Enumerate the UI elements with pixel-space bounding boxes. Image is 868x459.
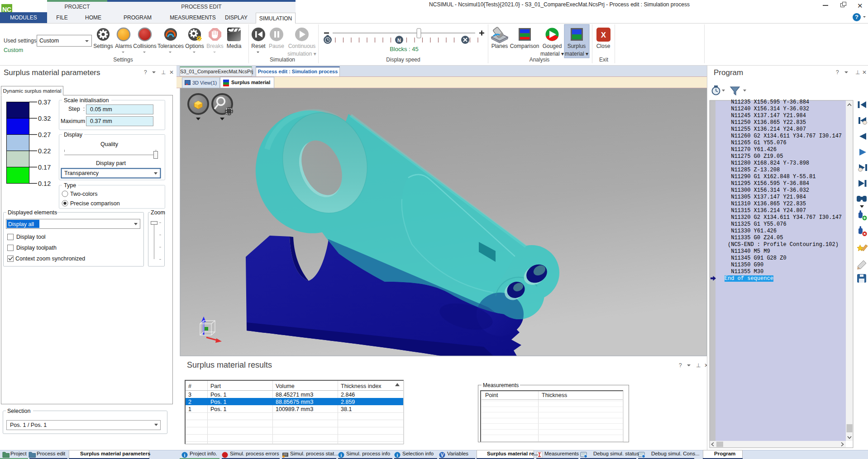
svg-text:Selection: Selection <box>7 408 30 414</box>
svg-text:X: X <box>601 31 606 39</box>
svg-text:i: i <box>397 453 398 458</box>
svg-text:Scale initialisation: Scale initialisation <box>64 97 109 104</box>
svg-text:Quality: Quality <box>100 141 119 147</box>
svg-text:0.12: 0.12 <box>38 180 51 187</box>
svg-text:Display toolpath: Display toolpath <box>16 245 57 251</box>
svg-text:0.32: 0.32 <box>38 115 51 122</box>
svg-text:Thickness: Thickness <box>542 392 567 398</box>
svg-text:Pos. 1 / Pos. 1: Pos. 1 / Pos. 1 <box>10 422 47 428</box>
svg-text:0.37: 0.37 <box>38 99 51 106</box>
svg-text:Two-colors: Two-colors <box>70 191 97 197</box>
svg-text:Display tool: Display tool <box>16 234 46 240</box>
svg-text:Zoom: Zoom <box>151 209 165 216</box>
svg-text:Context zoom synchronized: Context zoom synchronized <box>15 256 85 262</box>
svg-text:Transparency: Transparency <box>64 170 99 176</box>
svg-text:Maximum: Maximum <box>61 118 85 124</box>
svg-text:V: V <box>441 453 444 458</box>
svg-text:i: i <box>184 453 186 458</box>
svg-text:0.17: 0.17 <box>38 164 51 171</box>
svg-text:Point: Point <box>485 392 498 398</box>
svg-text:0.05 mm: 0.05 mm <box>90 106 112 113</box>
svg-text:Display all: Display all <box>8 221 34 227</box>
svg-text:0.27: 0.27 <box>38 131 51 138</box>
svg-text:i: i <box>341 453 342 458</box>
svg-text:Precise comparison: Precise comparison <box>70 200 120 207</box>
svg-text:0.37 mm: 0.37 mm <box>90 118 112 124</box>
svg-text:Display: Display <box>64 132 83 138</box>
svg-text:Type: Type <box>64 182 76 189</box>
svg-text:N: N <box>397 38 401 43</box>
svg-text:Step :: Step : <box>68 106 85 112</box>
svg-text:Displayed elements: Displayed elements <box>8 209 57 216</box>
svg-text:Display part: Display part <box>96 160 126 166</box>
svg-text:0.22: 0.22 <box>38 147 51 155</box>
